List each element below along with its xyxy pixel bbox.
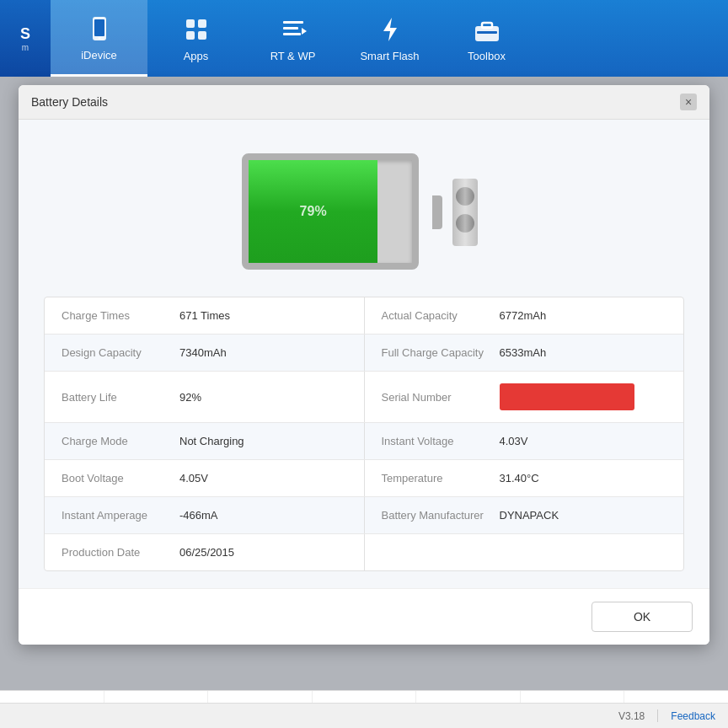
modal-title: Battery Details (31, 95, 108, 109)
modal-close-button[interactable]: × (680, 94, 697, 110)
table-row: Charge Times 671 Times Actual Capacity 6… (45, 297, 683, 335)
svg-rect-9 (283, 33, 301, 35)
svg-rect-6 (198, 31, 206, 40)
battery-life-value: 92% (179, 391, 201, 404)
battery-life-cell: Battery Life 92% (45, 372, 364, 422)
svg-rect-8 (283, 27, 298, 29)
nav-left-panel: S m (0, 0, 51, 77)
svg-point-2 (98, 36, 100, 39)
svg-rect-14 (477, 31, 497, 34)
svg-rect-5 (186, 31, 195, 40)
instant-voltage-value: 4.03V (500, 435, 528, 447)
battery-visual-container: 79% (35, 136, 693, 297)
rtwp-icon (278, 14, 308, 45)
instant-voltage-cell: Instant Voltage 4.03V (365, 423, 684, 459)
battery-manufacturer-value: DYNAPACK (500, 509, 559, 522)
full-charge-value: 6533mAh (500, 346, 547, 359)
apps-icon (181, 14, 211, 45)
connector-body (452, 179, 478, 246)
charge-times-cell: Charge Times 671 Times (45, 297, 364, 334)
modal-body: 79% (19, 120, 709, 588)
nav-item-apps[interactable]: Apps (147, 0, 244, 77)
ok-button[interactable]: OK (592, 602, 693, 632)
status-divider (657, 709, 658, 722)
nav-item-rtwp[interactable]: RT & WP (244, 0, 341, 77)
charge-mode-label: Charge Mode (62, 435, 179, 447)
battery-details-modal: Battery Details × 79% (19, 85, 709, 645)
design-capacity-value: 7340mAh (179, 346, 227, 359)
version-label: V3.18 (618, 710, 645, 722)
battery-body: 79% (242, 153, 419, 270)
svg-rect-7 (283, 21, 303, 24)
temperature-cell: Temperature 31.40°C (365, 460, 684, 496)
actual-capacity-label: Actual Capacity (382, 309, 500, 322)
modal-header: Battery Details × (19, 85, 709, 120)
nav-label-toolbox: Toolbox (468, 50, 506, 62)
battery-life-label: Battery Life (62, 391, 179, 404)
nav-item-smartflash[interactable]: Smart Flash (341, 0, 438, 77)
nav-label-smartflash: Smart Flash (360, 50, 419, 62)
battery-tip (432, 195, 442, 229)
top-navigation: S m iDevice Apps (0, 0, 728, 77)
instant-amperage-value: -466mA (179, 509, 218, 522)
instant-amperage-label: Instant Amperage (62, 509, 179, 522)
charge-times-value: 671 Times (179, 309, 230, 322)
table-row: Boot Voltage 4.05V Temperature 31.40°C (45, 460, 683, 497)
production-date-value: 06/25/2015 (179, 546, 234, 559)
empty-cell (365, 534, 684, 570)
svg-marker-11 (383, 18, 397, 41)
feedback-label[interactable]: Feedback (671, 710, 715, 722)
production-date-cell: Production Date 06/25/2015 (45, 534, 364, 570)
toolbox-icon (472, 14, 502, 45)
actual-capacity-value: 6772mAh (500, 309, 547, 322)
serial-number-cell: Serial Number (365, 372, 684, 422)
idevice-icon (84, 13, 115, 44)
status-bar: V3.18 Feedback (0, 703, 728, 728)
battery-outer: 79% (242, 153, 427, 271)
boot-voltage-cell: Boot Voltage 4.05V (45, 460, 364, 496)
actual-capacity-cell: Actual Capacity 6772mAh (365, 297, 684, 334)
charge-times-label: Charge Times (62, 309, 179, 322)
table-row: Charge Mode Not Charging Instant Voltage… (45, 423, 683, 460)
instant-amperage-cell: Instant Amperage -466mA (45, 497, 364, 533)
main-content: Battery Details × 79% (0, 77, 728, 728)
temperature-value: 31.40°C (500, 472, 539, 484)
serial-number-redacted (500, 383, 634, 410)
nav-label-apps: Apps (184, 50, 209, 62)
instant-voltage-label: Instant Voltage (382, 435, 500, 447)
battery-info-grid: Charge Times 671 Times Actual Capacity 6… (44, 297, 684, 571)
full-charge-label: Full Charge Capacity (382, 346, 500, 359)
charge-mode-value: Not Charging (179, 435, 244, 447)
full-charge-cell: Full Charge Capacity 6533mAh (365, 335, 684, 371)
svg-marker-10 (302, 28, 307, 35)
table-row: Instant Amperage -466mA Battery Manufact… (45, 497, 683, 534)
serial-number-label: Serial Number (382, 391, 500, 404)
battery-percent: 79% (300, 204, 327, 219)
svg-rect-3 (186, 19, 195, 28)
svg-rect-1 (94, 19, 104, 36)
temperature-label: Temperature (382, 472, 500, 484)
smartflash-icon (375, 14, 405, 45)
nav-item-idevice[interactable]: iDevice (51, 0, 147, 77)
boot-voltage-label: Boot Voltage (62, 472, 179, 484)
table-row: Battery Life 92% Serial Number (45, 372, 683, 423)
production-date-label: Production Date (62, 546, 179, 559)
table-row: Production Date 06/25/2015 (45, 534, 683, 570)
svg-rect-4 (198, 19, 206, 28)
modal-overlay: Battery Details × 79% (0, 77, 728, 728)
svg-rect-13 (482, 23, 492, 28)
battery-manufacturer-cell: Battery Manufacturer DYNAPACK (365, 497, 684, 533)
design-capacity-cell: Design Capacity 7340mAh (45, 335, 364, 371)
nav-item-toolbox[interactable]: Toolbox (438, 0, 535, 77)
battery-fill: 79% (249, 160, 377, 263)
nav-label-rtwp: RT & WP (270, 50, 316, 62)
battery-connector (444, 162, 486, 263)
charge-mode-cell: Charge Mode Not Charging (45, 423, 364, 459)
battery-manufacturer-label: Battery Manufacturer (382, 509, 500, 522)
nav-label-idevice: iDevice (81, 49, 117, 62)
modal-footer: OK (19, 588, 709, 645)
design-capacity-label: Design Capacity (62, 346, 179, 359)
boot-voltage-value: 4.05V (179, 472, 208, 484)
table-row: Design Capacity 7340mAh Full Charge Capa… (45, 335, 683, 372)
